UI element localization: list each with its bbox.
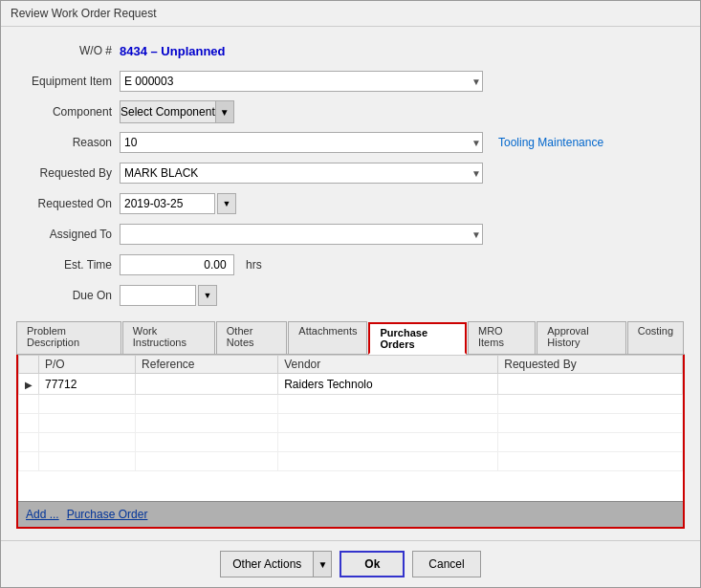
col-vendor: Vendor: [278, 356, 498, 374]
due-on-control: ▼: [120, 285, 217, 306]
select-component-button[interactable]: Select Component: [120, 100, 215, 123]
reason-control: 10 ▼: [120, 132, 483, 153]
ok-button[interactable]: Ok: [340, 551, 405, 577]
equipment-row: Equipment Item E 000003 ▼: [16, 69, 685, 94]
row-arrow-icon: ▶: [25, 380, 33, 390]
purchase-order-link[interactable]: Purchase Order: [67, 508, 148, 521]
assigned-to-select-wrapper: ▼: [120, 224, 483, 245]
tab-work-instructions[interactable]: Work Instructions: [122, 321, 215, 354]
equipment-label: Equipment Item: [16, 75, 112, 88]
po-cell: 77712: [39, 374, 136, 395]
reference-cell: [136, 374, 278, 395]
col-arrow: [19, 356, 39, 374]
requested-on-calendar-icon[interactable]: ▼: [217, 193, 236, 214]
other-actions-dropdown-icon[interactable]: ▼: [313, 551, 332, 577]
requested-by-label: Requested By: [16, 166, 112, 180]
requested-by-control: MARK BLACK ▼: [120, 163, 483, 184]
est-time-label: Est. Time: [16, 258, 112, 272]
component-row: Component Select Component ▼: [16, 99, 685, 124]
reason-label: Reason: [16, 136, 112, 149]
requested-on-label: Requested On: [16, 197, 112, 210]
requested-by-select[interactable]: MARK BLACK: [120, 163, 483, 184]
component-dropdown-icon[interactable]: ▼: [215, 100, 234, 123]
due-on-input[interactable]: [120, 285, 196, 306]
assigned-to-label: Assigned To: [16, 228, 112, 241]
due-on-row: Due On ▼: [16, 283, 685, 308]
hrs-label: hrs: [246, 258, 262, 272]
other-actions-button[interactable]: Other Actions: [220, 551, 313, 577]
title-bar: Review Work Order Request: [1, 1, 700, 27]
tab-approval-history[interactable]: Approval History: [537, 321, 625, 354]
other-actions-group: Other Actions ▼: [220, 551, 332, 577]
tab-purchase-orders[interactable]: Purchase Orders: [368, 322, 467, 355]
bottom-bar: Other Actions ▼ Ok Cancel: [1, 540, 700, 587]
table-row-empty-2: [19, 414, 683, 433]
wo-label: W/O #: [16, 44, 112, 57]
component-control: Select Component ▼: [120, 100, 234, 123]
assigned-to-control: ▼: [120, 224, 483, 245]
form-content: W/O # 8434 – Unplanned Equipment Item E …: [1, 27, 700, 540]
requested-by-cell: [498, 374, 683, 395]
equipment-select[interactable]: E 000003: [120, 71, 483, 92]
col-reference: Reference: [136, 356, 278, 374]
equipment-control: E 000003 ▼: [120, 71, 483, 92]
po-table-wrapper: P/O Reference Vendor Requested By ▶ 7771…: [18, 355, 683, 501]
requested-by-row: Requested By MARK BLACK ▼: [16, 161, 685, 185]
wo-value: 8434 – Unplanned: [120, 44, 226, 58]
table-row-empty-3: [19, 433, 683, 452]
tabs-bar: Problem Description Work Instructions Ot…: [16, 321, 685, 355]
table-row-empty-1: [19, 395, 683, 414]
po-table-header: P/O Reference Vendor Requested By: [19, 356, 683, 374]
tab-mro-items[interactable]: MRO Items: [468, 321, 536, 354]
due-on-dropdown-icon[interactable]: ▼: [198, 285, 217, 306]
tab-content-purchase-orders: P/O Reference Vendor Requested By ▶ 7771…: [16, 355, 685, 529]
equipment-select-wrapper: E 000003 ▼: [120, 71, 483, 92]
add-button[interactable]: Add ...: [26, 508, 59, 521]
window-title: Review Work Order Request: [11, 7, 157, 20]
assigned-to-row: Assigned To ▼: [16, 222, 685, 247]
cancel-button[interactable]: Cancel: [412, 551, 480, 577]
tab-attachments[interactable]: Attachments: [288, 321, 367, 354]
reason-select-wrapper: 10 ▼: [120, 132, 483, 153]
est-time-input[interactable]: [120, 254, 234, 275]
requested-on-row: Requested On ▼: [16, 191, 685, 216]
table-row-empty-4: [19, 452, 683, 471]
tab-footer: Add ... Purchase Order: [18, 501, 683, 527]
reason-row: Reason 10 ▼ Tooling Maintenance: [16, 130, 685, 155]
row-indicator: ▶: [19, 374, 39, 395]
est-time-row: Est. Time hrs: [16, 252, 685, 277]
wo-row: W/O # 8434 – Unplanned: [16, 38, 685, 63]
tabs-section: Problem Description Work Instructions Ot…: [16, 321, 685, 529]
table-row[interactable]: ▶ 77712 Raiders Technolo: [19, 374, 683, 395]
po-table: P/O Reference Vendor Requested By ▶ 7771…: [18, 355, 683, 471]
assigned-to-select[interactable]: [120, 224, 483, 245]
main-window: Review Work Order Request W/O # 8434 – U…: [0, 0, 701, 588]
requested-on-input[interactable]: [120, 193, 215, 214]
component-label: Component: [16, 105, 112, 119]
tooling-maintenance-note: Tooling Maintenance: [498, 136, 603, 149]
col-requested-by: Requested By: [498, 356, 683, 374]
tab-costing[interactable]: Costing: [627, 321, 684, 354]
due-on-label: Due On: [16, 289, 112, 302]
requested-on-control: ▼: [120, 193, 236, 214]
tab-other-notes[interactable]: Other Notes: [216, 321, 288, 354]
col-po: P/O: [39, 356, 136, 374]
reason-select[interactable]: 10: [120, 132, 483, 153]
tab-problem[interactable]: Problem Description: [16, 321, 121, 354]
requested-by-select-wrapper: MARK BLACK ▼: [120, 163, 483, 184]
vendor-cell: Raiders Technolo: [278, 374, 498, 395]
